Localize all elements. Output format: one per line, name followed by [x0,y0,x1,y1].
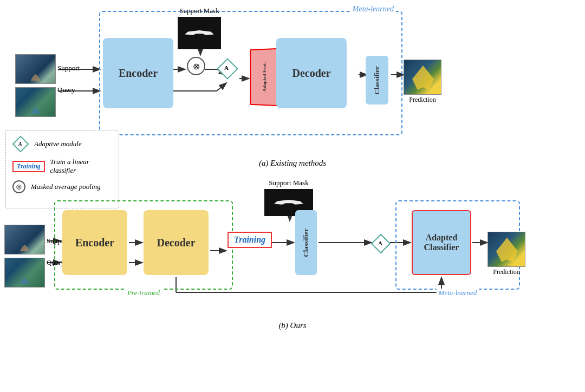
query-label-bot: Query [47,258,64,267]
circle-x-top: ⊗ [187,57,205,75]
classifier-box-top: Classifier [366,56,388,104]
input-images-top [15,54,56,117]
prediction-area-bot: Prediction [487,232,525,276]
svg-marker-29 [496,238,518,262]
legend-item-adaptive: A Adaptive module [12,136,112,152]
legend-training-symbol: Training [12,161,45,172]
support-mask-image-top [178,17,221,49]
adapted-classifier-box: Adapted Classifier [412,210,471,275]
classifier-box-bot: Classifier [295,210,317,275]
caption-b: (b) Ours [0,321,585,330]
support-mask-label-top: Support Mask [178,6,221,15]
prediction-image-bot [487,232,525,267]
encoder-block-bot: Encoder [62,210,127,275]
diamond-a-top: A [218,60,237,78]
diamond-a-bot: A [372,234,390,253]
input-img-bot-2 [4,258,45,288]
legend-item-training: Training Train a linear classifier [12,158,112,175]
prediction-label-bot: Prediction [487,268,525,276]
legend-diamond-symbol: A [12,136,29,152]
input-images-bot [4,225,45,288]
decoder-block-bot: Decoder [144,210,209,275]
training-box-bot: Training [227,232,272,248]
input-img-bot-1 [4,225,45,254]
decoder-block-top: Decoder [276,38,347,108]
query-label-top: Query [57,86,75,94]
support-label-top: Support [57,64,80,73]
meta-label-top: Meta-learned [350,5,396,14]
encoder-block-top: Encoder [103,38,173,108]
prediction-image-top [404,60,441,95]
prediction-label-top: Prediction [404,96,441,104]
svg-marker-15 [412,66,434,90]
input-img-2 [15,87,56,117]
support-mask-top: Support Mask [178,6,221,49]
prediction-area-top: Prediction [404,60,441,104]
adapted-feat-box: Adapted Feat. [250,48,279,107]
input-img-1 [15,54,56,84]
